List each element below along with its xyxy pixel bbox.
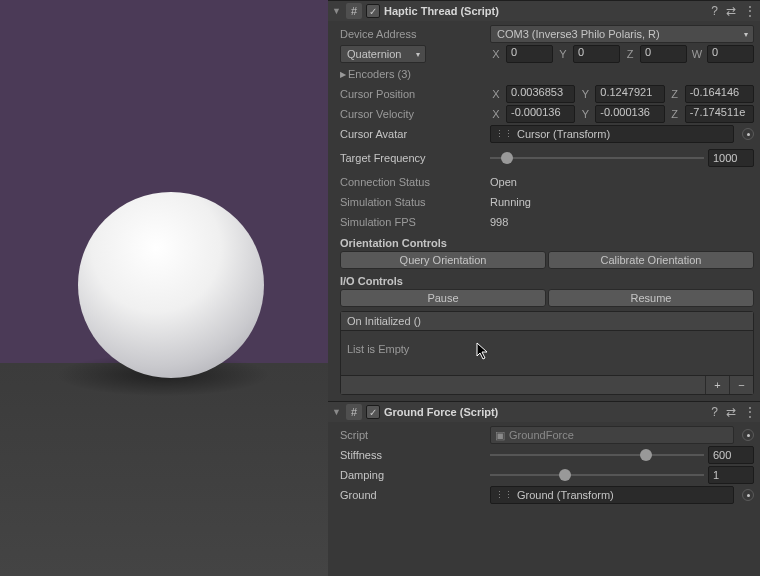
foldout-icon: ▼ [332,407,342,417]
object-picker-icon[interactable] [742,128,754,140]
input-rot-w[interactable]: 0 [707,45,754,63]
input-cursorvel-z[interactable]: -7.174511e [685,105,754,123]
heading-orientation-controls: Orientation Controls [340,237,754,249]
input-rot-z[interactable]: 0 [640,45,687,63]
value-simulation-status: Running [490,196,531,208]
event-add-button[interactable]: + [705,376,729,394]
transform-icon: ⋮⋮ [495,490,513,500]
help-icon[interactable]: ? [711,405,718,419]
input-cursorpos-x[interactable]: 0.0036853 [506,85,575,103]
slider-damping[interactable] [490,466,704,484]
preset-icon[interactable]: ⇄ [726,4,736,18]
help-icon[interactable]: ? [711,4,718,18]
event-remove-button[interactable]: − [729,376,753,394]
menu-icon[interactable]: ⋮ [744,4,756,18]
label-simulation-fps: Simulation FPS [340,216,490,228]
csharp-icon: ▣ [495,429,505,442]
component-title: Haptic Thread (Script) [384,5,707,17]
unity-event-box: On Initialized () List is Empty + − [340,311,754,395]
component-header[interactable]: ▼ # ✓ Haptic Thread (Script) ? ⇄ ⋮ [328,1,760,21]
script-icon: # [346,404,362,420]
slider-target-frequency[interactable] [490,149,704,167]
label-connection-status: Connection Status [340,176,490,188]
object-picker-icon[interactable] [742,489,754,501]
query-orientation-button[interactable]: Query Orientation [340,251,546,269]
label-cursor-position: Cursor Position [340,88,490,100]
label-cursor-avatar: Cursor Avatar [340,128,490,140]
object-picker-icon[interactable] [742,429,754,441]
dropdown-device-address[interactable]: COM3 (Inverse3 Philo Polaris, R) [490,25,754,43]
event-empty-text: List is Empty [341,331,753,375]
label-script: Script [340,429,490,441]
label-ground: Ground [340,489,490,501]
calibrate-orientation-button[interactable]: Calibrate Orientation [548,251,754,269]
value-simulation-fps: 998 [490,216,508,228]
input-rot-y[interactable]: 0 [573,45,620,63]
input-damping[interactable]: 1 [708,466,754,484]
axis-w-label: W [691,48,703,60]
scriptfield-groundforce: ▣GroundForce [490,426,734,444]
preset-icon[interactable]: ⇄ [726,405,736,419]
input-stiffness[interactable]: 600 [708,446,754,464]
input-target-frequency[interactable]: 1000 [708,149,754,167]
value-connection-status: Open [490,176,517,188]
component-ground-force: ▼ # ✓ Ground Force (Script) ? ⇄ ⋮ Script… [328,401,760,512]
heading-io-controls: I/O Controls [340,275,754,287]
input-cursorpos-y[interactable]: 0.1247921 [595,85,664,103]
objectfield-cursor-avatar[interactable]: ⋮⋮Cursor (Transform) [490,125,734,143]
input-cursorpos-z[interactable]: -0.164146 [685,85,754,103]
component-haptic-thread: ▼ # ✓ Haptic Thread (Script) ? ⇄ ⋮ Devic… [328,0,760,401]
scene-viewport[interactable] [0,0,328,576]
input-rot-x[interactable]: 0 [506,45,553,63]
input-cursorvel-x[interactable]: -0.000136 [506,105,575,123]
axis-z-label: Z [624,48,636,60]
label-cursor-velocity: Cursor Velocity [340,108,490,120]
component-header[interactable]: ▼ # ✓ Ground Force (Script) ? ⇄ ⋮ [328,402,760,422]
axis-y-label: Y [557,48,569,60]
component-title: Ground Force (Script) [384,406,707,418]
transform-icon: ⋮⋮ [495,129,513,139]
event-header: On Initialized () [341,312,753,331]
label-stiffness: Stiffness [340,449,490,461]
label-target-frequency: Target Frequency [340,152,490,164]
foldout-icon: ▼ [332,6,342,16]
objectfield-ground[interactable]: ⋮⋮Ground (Transform) [490,486,734,504]
inspector-panel: ▼ # ✓ Haptic Thread (Script) ? ⇄ ⋮ Devic… [328,0,760,576]
slider-stiffness[interactable] [490,446,704,464]
menu-icon[interactable]: ⋮ [744,405,756,419]
label-device-address: Device Address [340,28,490,40]
enable-checkbox[interactable]: ✓ [366,4,380,18]
foldout-encoders[interactable]: ▶Encoders (3) [340,68,411,80]
dropdown-rotation-mode[interactable]: Quaternion [340,45,426,63]
enable-checkbox[interactable]: ✓ [366,405,380,419]
pause-button[interactable]: Pause [340,289,546,307]
label-damping: Damping [340,469,490,481]
resume-button[interactable]: Resume [548,289,754,307]
label-simulation-status: Simulation Status [340,196,490,208]
sphere-mesh [78,192,264,378]
axis-x-label: X [490,48,502,60]
script-icon: # [346,3,362,19]
input-cursorvel-y[interactable]: -0.000136 [595,105,664,123]
